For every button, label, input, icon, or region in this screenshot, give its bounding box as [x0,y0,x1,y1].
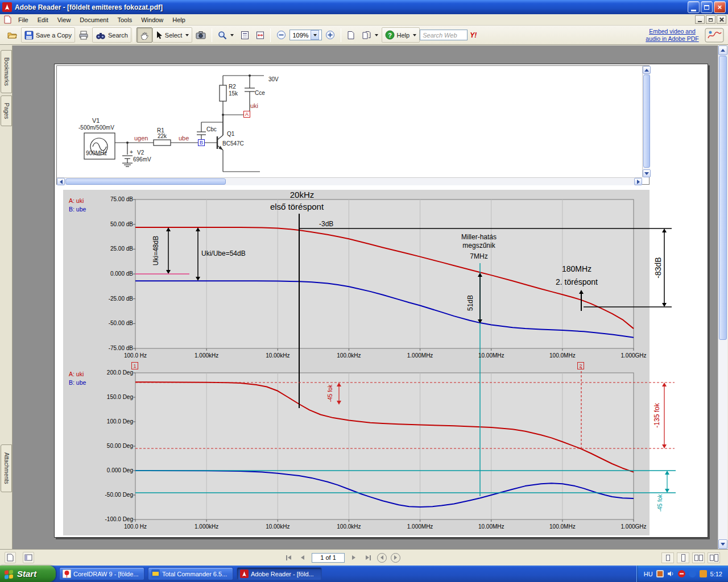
child-minimize-button[interactable] [695,15,705,24]
tray-icon-4[interactable] [700,570,707,577]
y-tick-label: 50.00 dB [94,221,133,227]
toolbar: Save a Copy Search Select 109% ?Help Y! … [0,26,728,45]
continuous-layout-button[interactable] [677,552,689,563]
page-number-box[interactable]: 1 of 1 [312,553,345,563]
next-view-button[interactable] [391,553,400,563]
scrollbar-thumb[interactable] [643,74,650,168]
scroll-right-button[interactable] [634,178,642,185]
menu-view[interactable]: View [53,15,76,24]
cce-label: Cce [255,90,265,96]
child-restore-button[interactable] [706,15,715,24]
single-page-icon [666,555,670,561]
v1-name-label: V1 [92,117,100,124]
taskbar-item-adobe-reader[interactable]: Adobe Reader - [föld... [237,567,322,580]
main-vertical-scrollbar[interactable] [718,45,727,549]
print-button[interactable] [75,27,92,43]
page-display-button-2[interactable] [358,27,382,43]
select-tool-button[interactable]: Select [152,27,193,43]
actual-size-button[interactable] [237,27,253,43]
help-icon: ? [385,30,395,40]
chevron-down-icon [375,34,378,36]
minimize-button[interactable] [688,1,700,13]
start-button[interactable]: Start [0,566,56,582]
child-close-button[interactable] [717,15,726,24]
next-page-button[interactable] [349,552,359,563]
scroll-up-button[interactable] [643,66,651,74]
zoom-dropdown-button[interactable] [311,30,319,40]
r2-name-label: R2 [229,84,236,90]
scroll-up-button[interactable] [718,45,727,55]
single-page-layout-button[interactable] [661,552,674,563]
menu-bar: File Edit View Document Tools Window Hel… [0,14,728,26]
node-marker-a: A [243,111,250,118]
scrollbar-thumb[interactable] [65,178,226,185]
last-page-icon [370,555,371,560]
save-a-copy-label: Save a Copy [36,32,72,39]
menu-edit[interactable]: Edit [33,15,53,24]
continuous-facing-layout-button[interactable] [708,552,720,563]
sidebar-tab-attachments[interactable]: Attachments [1,444,12,492]
menu-document[interactable]: Document [75,15,113,24]
search-button[interactable]: Search [92,27,131,43]
embed-video-link[interactable]: Embed video and audio in Adobe PDF [642,28,702,42]
facing-layout-button[interactable] [692,552,705,563]
taskbar-item-coreldraw[interactable]: CorelDRAW 9 - [földe... [59,567,144,580]
scrollbar-thumb[interactable] [719,56,727,340]
net-label-uki: uki [250,102,258,109]
first-page-button[interactable] [283,552,293,563]
status-document-button[interactable] [5,552,16,563]
x-tick-label: 10.00MHz [478,352,504,359]
tray-icon-3[interactable] [689,570,696,577]
previous-view-button[interactable] [377,553,387,563]
chevron-down-icon [230,34,234,36]
previous-page-button[interactable] [297,552,308,563]
close-button[interactable]: × [714,1,726,13]
tray-icon-1[interactable] [656,570,664,577]
menu-file[interactable]: File [14,15,33,24]
system-tray: HU 5:12 [636,566,728,582]
page-icon [714,554,718,562]
hand-tool-button[interactable] [136,27,152,43]
snapshot-tool-button[interactable] [192,27,209,43]
x-tick-label: 100.0kHz [337,352,361,359]
zoom-out-icon [276,30,286,40]
open-button[interactable] [4,27,21,43]
circuit-vertical-scrollbar[interactable] [642,66,650,177]
tray-volume-icon[interactable] [667,570,675,577]
zoom-out-button[interactable] [273,27,289,43]
arrow-down-icon [721,543,725,546]
maximize-button[interactable] [701,1,713,13]
zoom-tool-button[interactable] [214,27,237,43]
sidebar-tab-bookmarks[interactable]: Bookmarks [1,50,12,93]
document-area[interactable]: V1 -500m/500mV 900MHz ugen R1 22k ube Cb… [13,45,718,549]
scroll-left-button[interactable] [57,178,65,185]
net-label-ube: ube [179,135,189,142]
x-tick-label: 10.00MHz [478,523,504,530]
scroll-down-button[interactable] [718,539,727,549]
menu-help[interactable]: Help [168,15,190,24]
circuit-horizontal-scrollbar[interactable] [57,177,642,185]
x-tick-label: 100.0MHz [549,352,576,359]
search-web-input[interactable] [420,30,468,40]
last-page-button[interactable] [363,552,373,563]
x-tick-label: 10.00kHz [266,352,289,359]
save-a-copy-button[interactable]: Save a Copy [21,27,75,43]
printer-icon [78,31,89,40]
menu-tools[interactable]: Tools [113,15,137,24]
zoom-level-select[interactable]: 109% [289,30,321,40]
yahoo-icon[interactable]: Y! [470,31,477,39]
tray-icon-2[interactable] [678,570,685,577]
language-indicator[interactable]: HU [644,571,653,577]
binoculars-icon [96,31,106,40]
fit-width-button[interactable] [253,27,268,43]
page-indicator: 1 of 1 [320,554,336,561]
v2-name-label: V2 [137,149,144,156]
menu-window[interactable]: Window [136,15,168,24]
zoom-in-button[interactable] [322,27,338,43]
taskbar-item-total-commander[interactable]: Total Commander 6.5... [148,567,233,580]
page-display-button-1[interactable] [344,27,358,43]
status-options-button[interactable] [23,552,34,563]
scroll-down-button[interactable] [643,169,651,177]
help-button[interactable]: ?Help [382,27,420,43]
sidebar-tab-pages[interactable]: Pages [1,95,12,126]
